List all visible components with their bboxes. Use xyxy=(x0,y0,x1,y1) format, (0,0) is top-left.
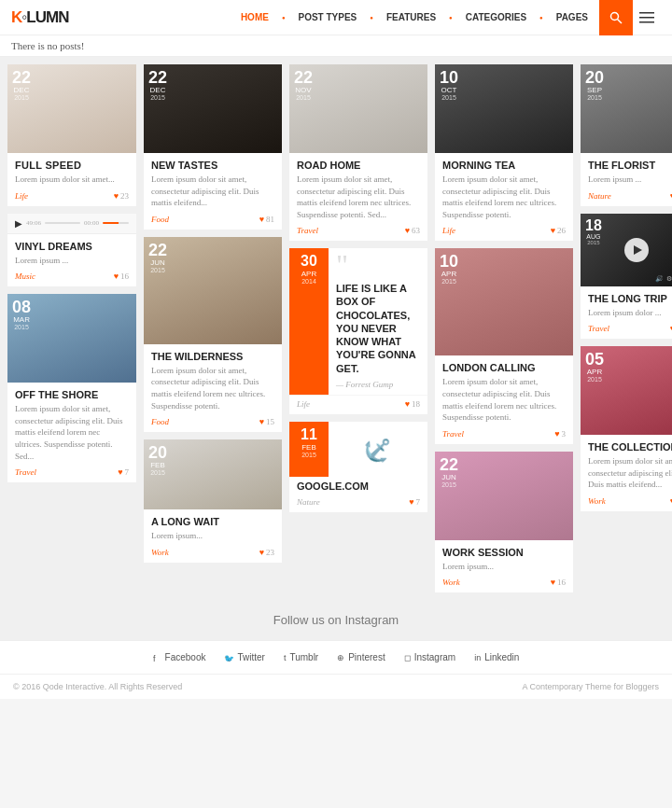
card-category[interactable]: Travel xyxy=(15,467,36,477)
date-day: 22 xyxy=(148,242,167,258)
search-button[interactable] xyxy=(599,0,633,35)
nav-features[interactable]: FEATURES xyxy=(386,12,436,22)
pinterest-icon: ⊕ xyxy=(337,653,344,662)
heart-icon: ♥ xyxy=(259,548,264,557)
social-facebook[interactable]: f Facebook xyxy=(153,652,206,662)
logo[interactable]: K◦LUMN xyxy=(11,8,68,27)
card-category[interactable]: Nature xyxy=(297,497,320,507)
social-pinterest[interactable]: ⊕ Pinterest xyxy=(337,652,385,662)
card-category[interactable]: Work xyxy=(151,548,169,557)
badge-year: 2015 xyxy=(289,452,329,458)
card-title: MORNING TEA xyxy=(442,160,566,171)
card-category[interactable]: Nature xyxy=(588,191,611,201)
card-off-the-shore[interactable]: 08 Mar 2015 OFF THE SHORE Lorem ipsum do… xyxy=(7,294,136,482)
video-thumbnail: 🔊 ⚙ ⛶ V 18 Aug 2015 xyxy=(581,214,672,286)
card-image-wrap: 22 Dec 2015 xyxy=(144,64,282,153)
play-button[interactable] xyxy=(624,238,649,262)
card-text: Lorem ipsum dolor sit amet... xyxy=(15,174,129,186)
date-year: 2015 xyxy=(585,94,604,101)
card-category[interactable]: Travel xyxy=(442,429,464,439)
nav-categories[interactable]: CATEGORIES xyxy=(466,12,526,22)
column-4: 10 Oct 2015 MORNING TEA Lorem ipsum dolo… xyxy=(435,64,573,592)
card-vinyl-dreams[interactable]: ▶ 49:06 00:00 VINYL DREAMS Lorem ipsum .… xyxy=(7,214,136,287)
audio-play-icon[interactable]: ▶ xyxy=(15,218,22,229)
card-category[interactable]: Life xyxy=(442,226,455,235)
date-month: Feb xyxy=(148,461,167,469)
audio-time-end: 00:00 xyxy=(84,219,99,227)
svg-text:🐦: 🐦 xyxy=(224,653,233,662)
nav-dot-2: ● xyxy=(370,15,373,21)
nav-home[interactable]: HOME xyxy=(241,12,269,22)
card-category[interactable]: Food xyxy=(151,215,169,224)
card-category[interactable]: Work xyxy=(588,496,606,506)
card-london-calling[interactable]: 10 Apr 2015 LONDON CALLING Lorem ipsum d… xyxy=(435,248,573,443)
heart-icon: ♥ xyxy=(551,226,555,235)
card-morning-tea[interactable]: 10 Oct 2015 MORNING TEA Lorem ipsum dolo… xyxy=(435,64,573,241)
card-title: VINYL DREAMS xyxy=(15,241,129,252)
card-date: 22 Jun 2015 xyxy=(148,242,167,273)
linkedin-label: Linkedin xyxy=(484,652,519,662)
quote-mark: " xyxy=(336,254,420,278)
card-body: VINYL DREAMS Lorem ipsum ... xyxy=(7,234,136,269)
card-body: THE LONG TRIP Lorem ipsum dolor ... xyxy=(581,286,672,321)
nav-post-types[interactable]: POST TYPES xyxy=(299,12,357,22)
heart-icon: ♥ xyxy=(409,497,413,507)
card-the-florist[interactable]: 20 Sep 2015 THE FLORIST Lorem ipsum ... … xyxy=(581,64,672,206)
card-a-long-wait[interactable]: 20 Feb 2015 A LONG WAIT Lorem ipsum... W… xyxy=(144,439,282,563)
card-footer: Travel ♥ 3 xyxy=(435,425,573,444)
date-month: Sep xyxy=(585,86,604,94)
card-footer: Work ♥ 23 xyxy=(144,544,282,563)
link-title: GOOGLE.COM xyxy=(289,477,427,494)
card-body: NEW TASTES Lorem ipsum dolor sit amet, c… xyxy=(144,153,282,211)
search-icon xyxy=(609,11,623,24)
card-google-com[interactable]: 11 Feb 2015 ⚓ GOOGLE.COM Nature ♥ 7 xyxy=(289,422,427,512)
card-title: THE FLORIST xyxy=(588,160,672,171)
card-category[interactable]: Life xyxy=(15,191,28,201)
card-date: 20 Sep 2015 xyxy=(585,69,604,101)
nav-pages[interactable]: PAGES xyxy=(556,12,588,22)
card-the-wilderness[interactable]: 22 Jun 2015 THE WILDERNESS Lorem ipsum d… xyxy=(144,237,282,432)
card-category[interactable]: Music xyxy=(15,272,35,281)
play-triangle-icon xyxy=(634,245,642,255)
hamburger-icon xyxy=(639,12,654,23)
menu-button[interactable] xyxy=(633,0,661,35)
social-twitter[interactable]: 🐦 Twitter xyxy=(224,652,264,662)
card-image-wrap: 08 Mar 2015 xyxy=(7,294,136,383)
card-likes: ♥ 81 xyxy=(259,215,274,224)
card-the-long-trip[interactable]: 🔊 ⚙ ⛶ V 18 Aug 2015 THE LONG TRIP Lorem … xyxy=(581,214,672,340)
card-title: LONDON CALLING xyxy=(442,362,566,373)
card-work-session[interactable]: 22 Jun 2015 WORK SESSION Lorem ipsum... … xyxy=(435,452,573,593)
date-day: 05 xyxy=(585,351,604,368)
badge-month: Feb xyxy=(289,443,329,452)
link-icon: ⚓ xyxy=(357,428,399,470)
card-image-wrap: 20 Sep 2015 xyxy=(581,64,672,153)
card-date: 22 Dec 2015 xyxy=(12,69,31,101)
svg-point-0 xyxy=(611,12,619,20)
card-full-speed[interactable]: 22 Dec 2015 FULL SPEED Lorem ipsum dolor… xyxy=(7,64,136,206)
card-likes: ♥ 18 xyxy=(405,399,420,409)
card-footer: Music ♥ 16 xyxy=(7,268,136,286)
card-road-home[interactable]: 22 Nov 2015 ROAD HOME Lorem ipsum dolor … xyxy=(289,64,427,241)
social-linkedin[interactable]: in Linkedin xyxy=(474,652,519,662)
social-instagram[interactable]: ◻ Instagram xyxy=(404,652,455,662)
card-likes: ♥ 3 xyxy=(554,429,566,439)
navbar: K◦LUMN HOME ● POST TYPES ● FEATURES ● CA… xyxy=(0,0,672,35)
column-5: 20 Sep 2015 THE FLORIST Lorem ipsum ... … xyxy=(581,64,672,592)
date-month: Apr xyxy=(585,368,604,376)
card-the-collection[interactable]: 05 Apr 2015 THE COLLECTION Lorem ipsum d… xyxy=(581,346,672,511)
heart-icon: ♥ xyxy=(405,399,410,409)
date-month: Mar xyxy=(12,315,31,324)
card-category[interactable]: Life xyxy=(297,399,310,409)
card-life-quote[interactable]: 30 Apr 2014 " LIFE IS LIKE A BOX OF CHOC… xyxy=(289,248,427,414)
social-tumblr[interactable]: t Tumblr xyxy=(284,652,318,662)
card-category[interactable]: Travel xyxy=(588,324,609,333)
card-image-wrap: 20 Feb 2015 xyxy=(144,439,282,509)
card-likes: ♥ 16 xyxy=(551,578,566,587)
card-category[interactable]: Food xyxy=(151,417,169,426)
card-new-tastes[interactable]: 22 Dec 2015 NEW TASTES Lorem ipsum dolor… xyxy=(144,64,282,230)
card-likes: ♥ 26 xyxy=(551,226,566,235)
card-category[interactable]: Travel xyxy=(297,226,318,235)
date-day: 22 xyxy=(148,69,167,86)
card-category[interactable]: Work xyxy=(442,578,460,587)
card-title: WORK SESSION xyxy=(442,547,566,558)
